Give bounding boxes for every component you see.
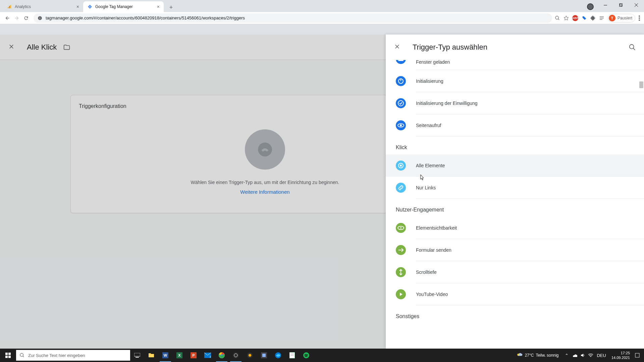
bookmark-icon[interactable] [564,15,569,21]
volume-icon[interactable] [579,349,587,362]
svg-marker-32 [400,293,402,296]
url-text: tagmanager.google.com/#/container/accoun… [46,15,245,20]
svg-rect-7 [620,3,623,6]
tab-title: Google Tag Manager [95,4,154,9]
power-icon [396,70,416,92]
notifications-icon[interactable] [633,349,641,362]
app-icon-1[interactable] [243,349,257,362]
trigger-type-power[interactable]: Initialisierung [396,70,644,92]
svg-point-54 [249,354,251,357]
svg-point-51 [233,352,239,358]
spotify-icon[interactable] [299,349,313,362]
trigger-type-label: Nur Links [416,177,644,199]
svg-rect-13 [600,18,604,18]
svg-rect-0 [8,7,8,8]
svg-rect-34 [8,353,11,355]
svg-rect-14 [600,19,602,19]
tab-gtm[interactable]: Google Tag Manager × [83,1,164,12]
svg-rect-21 [398,60,404,61]
weather-desc: Teilw. sonnig [536,353,558,358]
trigger-type-link[interactable]: Nur Links [396,177,644,199]
svg-text:X: X [178,353,181,357]
trigger-type-pageview[interactable]: Seitenaufruf [396,114,644,136]
close-window-button[interactable] [629,0,644,10]
edge-icon[interactable] [271,349,285,362]
chrome-profile-icon[interactable] [587,3,594,10]
chrome-menu-icon[interactable] [639,15,640,21]
taskbar-search[interactable]: Zur Suche Text hier eingeben [16,350,130,361]
site-info-icon[interactable] [38,16,42,20]
extension-abp-icon[interactable]: ABP [572,15,578,21]
svg-text:P: P [192,353,195,357]
svg-line-38 [23,356,24,357]
gtm-page: Alle Klick Triggerkonfiguration Wählen S… [0,35,644,349]
tab-close-icon[interactable]: × [76,4,79,9]
weather-widget[interactable]: 27°C Teilw. sonnig [512,352,563,359]
analytics-favicon-icon [7,4,12,9]
back-button[interactable] [3,13,12,23]
start-button[interactable] [0,349,16,362]
new-tab-button[interactable]: + [166,3,176,12]
svg-rect-36 [8,356,11,358]
obs-icon[interactable] [229,349,243,362]
trigger-type-label: Initialisierung [416,70,644,92]
address-bar[interactable]: tagmanager.google.com/#/container/accoun… [34,13,552,23]
forward-button[interactable] [12,13,21,23]
extension-tag-icon[interactable] [582,15,587,21]
trigger-type-click-all[interactable]: Alle Elemente [386,155,644,177]
svg-point-25 [398,101,404,106]
file-explorer-icon[interactable] [144,349,158,362]
svg-rect-40 [136,357,139,358]
trigger-type-label: Seitenaufruf [416,114,644,136]
svg-rect-56 [262,354,266,357]
profile-paused-chip[interactable]: T Pausiert [608,14,635,22]
tab-title: Analytics [15,4,74,9]
wifi-icon[interactable] [587,349,595,362]
tab-close-icon[interactable]: × [157,4,160,9]
search-placeholder: Zur Suche Text hier eingeben [28,353,85,358]
reload-button[interactable] [21,13,31,23]
trigger-type-list[interactable]: Fenster geladenInitialisierungInitialisi… [386,60,644,349]
trigger-type-video[interactable]: YouTube-Video [396,283,644,305]
zoom-icon[interactable] [555,15,560,21]
svg-line-20 [633,48,635,50]
chrome-icon[interactable] [215,349,229,362]
trigger-type-visibility[interactable]: Elementsichtbarkeit [396,217,644,239]
minimize-button[interactable] [598,0,613,10]
search-icon[interactable] [629,44,636,51]
trigger-type-window-loaded[interactable]: Fenster geladen [396,60,644,70]
trigger-type-form[interactable]: Formular senden [396,239,644,261]
svg-text:W: W [164,353,167,357]
clock[interactable]: 17:25 14.09.2021 [608,351,633,360]
svg-rect-39 [134,353,140,356]
pageview-icon [396,114,416,136]
mail-icon[interactable]: 21 [201,349,215,362]
svg-rect-63 [635,353,639,357]
scrollbar[interactable] [639,81,643,88]
window-controls [598,0,644,10]
task-view-icon[interactable] [130,349,144,362]
tab-analytics[interactable]: Analytics × [3,1,83,12]
word-icon[interactable]: W [158,349,172,362]
trigger-type-panel: Trigger-Typ auswählen Fenster geladenIni… [386,35,644,349]
svg-point-27 [400,124,402,126]
reading-list-icon[interactable] [599,15,604,21]
onedrive-icon[interactable] [571,349,579,362]
tray-chevron-icon[interactable]: ⌃ [562,349,571,362]
language-indicator[interactable]: DEU [595,349,608,362]
excel-icon[interactable]: X [172,349,186,362]
powerpoint-icon[interactable]: P [186,349,201,362]
trigger-type-consent[interactable]: Initialisierung der Einwilligung [396,92,644,114]
notepad-icon[interactable] [285,349,299,362]
trigger-type-scroll[interactable]: Scrolltiefe [396,261,644,283]
svg-point-15 [639,15,640,17]
toolbar-actions: ABP T Pausiert [555,14,641,22]
maximize-button[interactable] [613,0,629,10]
video-icon [396,283,416,305]
svg-point-37 [20,353,23,356]
app-icon-2[interactable] [257,349,271,362]
close-panel-button[interactable] [394,43,402,51]
extensions-icon[interactable] [590,15,596,21]
section-header: Klick [396,136,644,155]
svg-text:21: 21 [210,355,211,358]
